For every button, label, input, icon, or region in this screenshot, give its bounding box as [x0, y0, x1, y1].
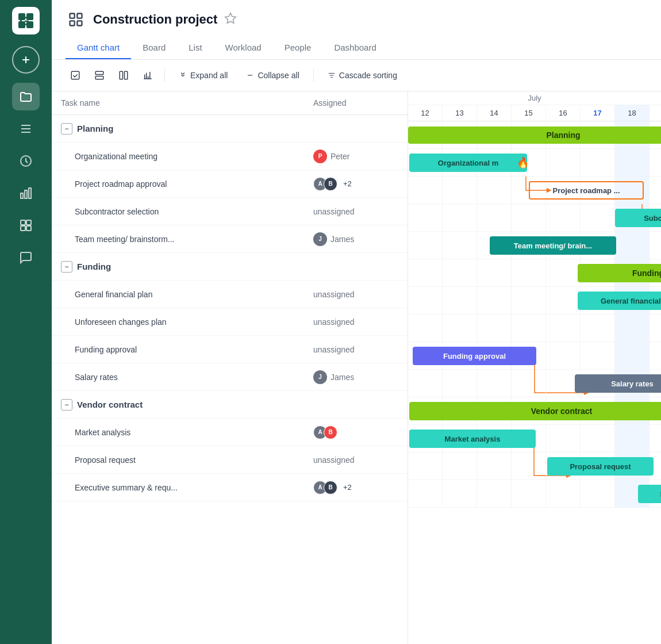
sidebar: G	[0, 0, 52, 644]
project-icon	[66, 9, 86, 30]
toolbar-divider-1	[164, 68, 165, 82]
avatars-exec: A B	[313, 481, 337, 494]
group-planning-label: Planning	[77, 124, 113, 133]
tab-people[interactable]: People	[273, 37, 323, 59]
bar-project-roadmap[interactable]: Project roadmap ...	[529, 181, 644, 200]
task-proposal-request: Proposal request unassigned	[52, 446, 408, 474]
day-16: 16	[546, 105, 581, 121]
task-project-roadmap: Project roadmap approval A B +2	[52, 170, 408, 198]
svg-rect-10	[26, 220, 31, 225]
header: Construction project Gantt chart Board L…	[52, 0, 661, 60]
bar-team-meeting[interactable]: Team meeting/ brain...	[490, 236, 616, 255]
bar-subcontractor[interactable]: Subcontractor s	[615, 209, 661, 227]
project-title-row: Construction project	[66, 9, 647, 30]
bar-market-analysis[interactable]: Market analysis	[409, 430, 536, 448]
task-subcontractor: Subcontractor selection unassigned	[52, 198, 408, 225]
sidebar-item-chart[interactable]	[12, 179, 40, 207]
collapse-planning-btn[interactable]: −	[61, 123, 72, 135]
svg-rect-12	[26, 226, 31, 231]
project-title: Construction project	[93, 12, 217, 27]
table-header: Task name Assigned	[52, 91, 408, 115]
task-market-analysis: Market analysis A B	[52, 419, 408, 446]
tab-dashboard[interactable]: Dashboard	[322, 37, 387, 59]
collapse-all-button[interactable]: Collapse all	[239, 67, 306, 83]
tab-board[interactable]: Board	[131, 37, 177, 59]
gantt-row-planning-group: Planning	[408, 121, 661, 149]
sidebar-item-clock[interactable]	[12, 147, 40, 175]
bar-vendor-group[interactable]: Vendor contract	[409, 402, 661, 420]
gantt-row-salary-rates: Salary rates 🔥	[408, 370, 661, 397]
sidebar-item-list[interactable]	[12, 115, 40, 143]
gantt-row-team-meeting: Team meeting/ brain...	[408, 232, 661, 259]
sidebar-item-chat[interactable]	[12, 244, 40, 271]
day-15: 15	[512, 105, 546, 121]
bar-org-meeting[interactable]: Organizational m 🔥	[409, 154, 527, 172]
day-13: 13	[443, 105, 477, 121]
checkbox-icon-btn[interactable]	[66, 66, 85, 85]
task-funding-approval: Funding approval unassigned	[52, 336, 408, 363]
tab-gantt-chart[interactable]: Gantt chart	[66, 37, 131, 59]
cascade-sorting-button[interactable]: Cascade sorting	[321, 67, 404, 83]
gantt-row-subcontractor: Subcontractor s	[408, 204, 661, 232]
group-funding: − Funding	[52, 253, 408, 281]
tab-list[interactable]: List	[177, 37, 213, 59]
svg-rect-9	[21, 220, 25, 225]
col-assigned-header: Assigned	[304, 91, 408, 114]
bar-proposal-request[interactable]: Proposal request	[547, 457, 654, 476]
tab-workload[interactable]: Workload	[214, 37, 273, 59]
tabs: Gantt chart Board List Workload People D…	[66, 37, 647, 59]
gantt-body: Planning Organizational m 🔥	[408, 121, 661, 508]
svg-rect-7	[25, 190, 27, 198]
group-vendor: − Vendor contract	[52, 391, 408, 419]
collapse-funding-btn[interactable]: −	[61, 261, 72, 273]
bar-general-financial[interactable]: General financial plan	[578, 292, 661, 310]
add-button[interactable]	[12, 46, 40, 74]
task-unforeseen: Unforeseen changes plan unassigned	[52, 308, 408, 336]
avatars-roadmap: A B	[313, 177, 337, 191]
svg-rect-18	[95, 71, 103, 74]
gantt-row-exec-summary: Executive summ	[408, 480, 661, 508]
group-vendor-label: Vendor contract	[77, 400, 143, 409]
bar-salary-rates[interactable]: Salary rates 🔥	[575, 374, 661, 393]
gantt-header: July 12 13 14 15 16 17 18 19 20 21	[408, 91, 661, 121]
bar-funding-approval[interactable]: Funding approval	[413, 347, 536, 365]
star-icon[interactable]	[224, 12, 237, 27]
svg-rect-15	[70, 21, 75, 25]
collapse-vendor-btn[interactable]: −	[61, 399, 72, 411]
gantt-area: July 12 13 14 15 16 17 18 19 20 21	[408, 91, 661, 644]
svg-rect-16	[77, 21, 82, 25]
chart-bars-icon-btn[interactable]	[138, 66, 157, 85]
task-salary-rates: Salary rates J James	[52, 363, 408, 391]
content-area: Task name Assigned − Planning Organizati…	[52, 91, 661, 644]
layout-icon-btn[interactable]	[90, 66, 109, 85]
gantt-row-proposal-request: Proposal request	[408, 453, 661, 480]
svg-rect-6	[21, 193, 23, 198]
app-logo: G	[12, 7, 40, 34]
day-19: 19	[650, 105, 661, 121]
task-org-meeting: Organizational meeting P Peter	[52, 143, 408, 170]
group-funding-label: Funding	[77, 262, 111, 271]
sidebar-item-projects[interactable]	[12, 83, 40, 110]
task-table: Task name Assigned − Planning Organizati…	[52, 91, 408, 644]
day-18: 18	[615, 105, 650, 121]
sidebar-item-grid[interactable]	[12, 212, 40, 239]
day-14: 14	[477, 105, 512, 121]
main-content: Construction project Gantt chart Board L…	[52, 0, 661, 644]
bar-exec-summary[interactable]: Executive summ	[638, 485, 661, 503]
task-team-meeting: Team meeting/ brainstorm... J James	[52, 225, 408, 253]
gantt-row-general-financial: General financial plan	[408, 287, 661, 315]
gantt-row-project-roadmap: Project roadmap ...	[408, 177, 661, 204]
svg-rect-21	[125, 71, 128, 79]
svg-rect-11	[21, 226, 25, 231]
bar-funding-group[interactable]: Funding	[578, 264, 661, 282]
col-task-header: Task name	[52, 91, 304, 114]
columns-icon-btn[interactable]	[114, 66, 133, 85]
toolbar-divider-2	[313, 68, 314, 82]
gantt-row-vendor-group: Vendor contract	[408, 397, 661, 425]
bar-planning-group[interactable]: Planning	[408, 126, 661, 144]
day-12: 12	[408, 105, 443, 121]
toolbar: Expand all Collapse all Cascade sorting	[52, 60, 661, 91]
svg-rect-13	[70, 14, 75, 18]
expand-all-button[interactable]: Expand all	[172, 67, 235, 83]
task-exec-summary: Executive summary & requ... A B +2	[52, 474, 408, 501]
